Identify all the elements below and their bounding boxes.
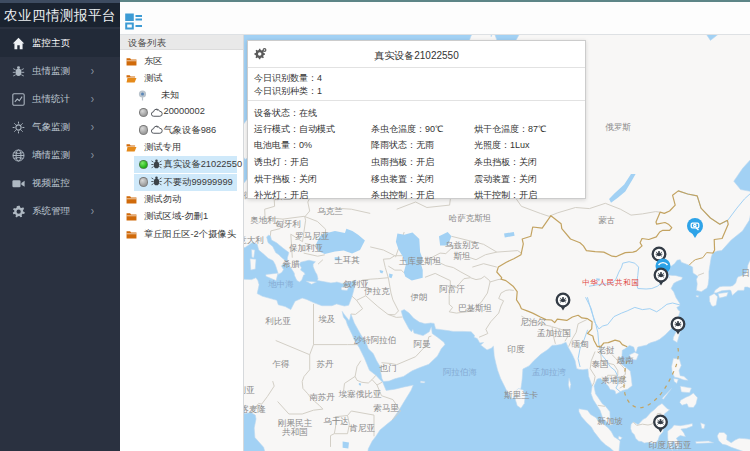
svg-text:缅甸: 缅甸 — [572, 339, 589, 349]
svg-text:奥地利: 奥地利 — [250, 215, 276, 225]
svg-text:哈萨克斯坦: 哈萨克斯坦 — [449, 213, 492, 223]
svg-text:乍得: 乍得 — [272, 359, 291, 369]
svg-text:中华人民共和国: 中华人民共和国 — [582, 278, 639, 287]
svg-text:南苏丹: 南苏丹 — [309, 392, 335, 402]
svg-text:保加利亚: 保加利亚 — [289, 243, 324, 253]
svg-text:孟加拉国: 孟加拉国 — [537, 328, 571, 338]
svg-text:新加坡: 新加坡 — [597, 416, 623, 426]
svg-text:苏丹: 苏丹 — [317, 359, 335, 369]
svg-text:蒙古: 蒙古 — [599, 215, 616, 225]
svg-text:埃塞俄比亚: 埃塞俄比亚 — [338, 389, 382, 399]
svg-text:乌兹别克: 乌兹别克 — [445, 240, 480, 250]
svg-text:印度尼西亚: 印度尼西亚 — [649, 440, 692, 450]
svg-text:希腊: 希腊 — [283, 259, 301, 269]
svg-text:俄罗斯: 俄罗斯 — [605, 122, 631, 132]
svg-text:乌克兰: 乌克兰 — [317, 206, 343, 216]
svg-text:叙利亚: 叙利亚 — [343, 279, 369, 289]
svg-text:伊朗: 伊朗 — [411, 292, 428, 302]
svg-text:柬埔寨: 柬埔寨 — [601, 375, 627, 385]
svg-text:乌干达: 乌干达 — [323, 416, 349, 426]
svg-text:阿曼: 阿曼 — [414, 339, 432, 349]
svg-text:尼泊尔: 尼泊尔 — [520, 317, 546, 327]
svg-text:土库曼斯坦: 土库曼斯坦 — [399, 256, 442, 266]
svg-text:斯坦: 斯坦 — [454, 251, 471, 261]
svg-text:日本: 日本 — [742, 268, 750, 278]
svg-text:也门: 也门 — [379, 363, 397, 373]
svg-text:印度: 印度 — [508, 344, 526, 354]
svg-text:埃及: 埃及 — [318, 314, 336, 324]
svg-text:阿拉伯海: 阿拉伯海 — [443, 367, 478, 377]
svg-text:土耳其: 土耳其 — [334, 255, 360, 265]
svg-text:斯里兰卡: 斯里兰卡 — [504, 390, 539, 400]
svg-text:孟加拉湾: 孟加拉湾 — [532, 367, 567, 377]
svg-text:喀麦隆: 喀麦隆 — [240, 404, 266, 414]
svg-text:共和国: 共和国 — [281, 427, 308, 437]
svg-text:索马里: 索马里 — [373, 403, 399, 413]
svg-text:老挝: 老挝 — [598, 345, 615, 355]
svg-text:利比亚: 利比亚 — [265, 316, 291, 326]
svg-text:泰国: 泰国 — [592, 359, 609, 369]
svg-text:巴基斯坦: 巴基斯坦 — [458, 303, 492, 313]
svg-text:匈牙利: 匈牙利 — [274, 219, 301, 229]
svg-text:阿富汗: 阿富汗 — [439, 284, 465, 294]
svg-text:越南: 越南 — [617, 355, 635, 365]
svg-text:罗马尼亚: 罗马尼亚 — [295, 231, 330, 241]
svg-text:沙特阿拉伯: 沙特阿拉伯 — [354, 335, 397, 345]
svg-text:肯尼亚: 肯尼亚 — [348, 423, 375, 433]
svg-text:地中海: 地中海 — [267, 279, 294, 289]
